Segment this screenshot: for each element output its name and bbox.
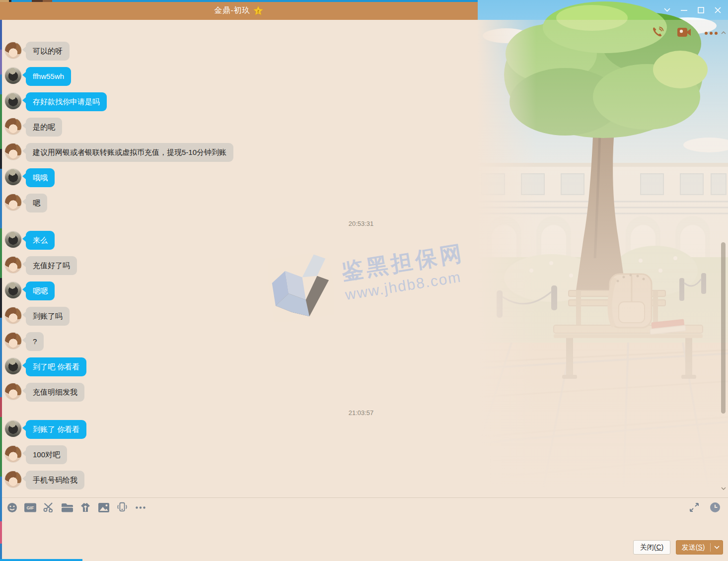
close-window-button[interactable] [711,4,724,16]
message-row: 到账了吗 [2,307,720,326]
send-options-caret[interactable] [711,546,723,549]
message-bubble[interactable]: 嗯 [26,194,47,212]
scrollbar-thumb[interactable] [721,242,726,414]
message-text: 手机号码给我 [33,476,77,484]
title-wrap: 金鼎-初玖 z [0,5,478,16]
toolbar-more-icon[interactable] [135,501,146,513]
message-text: ? [33,337,37,346]
scroll-down-arrow[interactable] [721,486,727,491]
composer-toolbar: GIF [6,501,146,513]
message-text: 到了吧 你看看 [33,362,79,371]
avatar[interactable] [5,358,21,374]
avatar[interactable] [5,68,21,84]
message-bubble[interactable]: 到了吧 你看看 [26,357,86,376]
avatar[interactable] [5,194,21,210]
avatar[interactable] [5,282,21,298]
avatar[interactable] [5,307,21,324]
emoji-icon[interactable] [6,501,18,513]
avatar[interactable] [5,257,21,273]
gif-icon[interactable]: GIF [24,501,36,513]
message-row: 存好款找你申请是吗 [2,92,720,111]
message-text: 可以的呀 [33,47,63,55]
message-bubble[interactable]: 手机号码给我 [26,471,84,490]
message-text: 存好款找你申请是吗 [33,97,100,106]
message-row: 建议用网银或者银联转账或虚拟币充值，提现5-10分钟到账 [2,143,720,162]
message-bubble[interactable]: 到账了 你看看 [26,420,86,439]
composer-toolbar-right [688,501,721,513]
message-text: 100对吧 [33,450,60,459]
message-row: 嗯 [2,194,720,212]
message-bubble[interactable]: ffhw55wh [26,67,71,86]
message-bubble[interactable]: 充值好了吗 [26,256,77,275]
window-shake-icon[interactable] [116,501,128,513]
voice-call-icon[interactable] [651,25,665,41]
message-row: 是的呢 [2,118,720,137]
message-bubble[interactable]: 到账了吗 [26,307,70,326]
screenshot-scissors-icon[interactable] [43,501,55,513]
message-text: 充值好了吗 [33,261,70,270]
message-text: 嗯 [33,199,40,207]
message-text: 来么 [33,236,48,244]
window-controls [660,4,724,16]
message-row: 到了吧 你看看 [2,357,720,376]
message-bubble[interactable]: 可以的呀 [26,42,70,61]
message-row: 可以的呀 [2,42,720,61]
background-window-sliver-bottom [0,559,82,561]
message-bubble[interactable]: ? [26,332,44,351]
avatar[interactable] [5,471,21,488]
window-title: 金鼎-初玖 [215,5,250,16]
avatar[interactable] [5,421,21,437]
avatar[interactable] [5,446,21,462]
send-file-folder-icon[interactable] [61,501,73,513]
timestamp: 20:53:31 [349,220,374,227]
message-bubble[interactable]: 哦哦 [26,168,55,187]
send-image-icon[interactable] [98,501,110,513]
message-input[interactable] [2,517,728,540]
call-actions [651,25,719,41]
video-call-icon[interactable] [676,26,692,40]
message-row: 充值明细发我 [2,383,720,402]
message-text: 建议用网银或者银联转账或虚拟币充值，提现5-10分钟到账 [33,148,226,156]
message-row: 手机号码给我 [2,471,720,490]
message-bubble[interactable]: 100对吧 [26,445,67,464]
avatar[interactable] [5,169,21,185]
maximize-button[interactable] [694,4,707,16]
message-bubble[interactable]: 嗯嗯 [26,281,55,300]
message-bubble[interactable]: 存好款找你申请是吗 [26,92,107,111]
expand-input-icon[interactable] [688,501,700,513]
avatar[interactable] [5,118,21,135]
avatar[interactable] [5,333,21,349]
avatar[interactable] [5,143,21,160]
outfit-shirt-icon[interactable] [79,501,91,513]
timestamp-row: 21:03:57 [2,408,720,417]
avatar[interactable] [5,93,21,109]
message-bubble[interactable]: 是的呢 [26,118,62,137]
message-history-clock-icon[interactable] [709,501,721,513]
message-bubble[interactable]: 建议用网银或者银联转账或虚拟币充值，提现5-10分钟到账 [26,143,233,162]
avatar[interactable] [5,383,21,400]
message-text: ffhw55wh [33,72,64,80]
minimize-button[interactable] [677,4,690,16]
close-chat-button[interactable]: 关闭(C) [633,540,670,555]
avatar[interactable] [5,231,21,248]
footer-buttons: 关闭(C) 发送(S) [633,540,723,555]
message-list: 可以的呀 ffhw55wh 存好款找你申请是吗 是的呢 建议用网银或者银联转账或… [2,42,720,490]
message-bubble[interactable]: 充值明细发我 [26,383,84,402]
chat-scrollbar [721,30,727,496]
message-text: 是的呢 [33,123,55,131]
svg-text:GIF: GIF [26,505,34,510]
timestamp: 21:03:57 [349,409,374,417]
avatar[interactable] [5,42,21,59]
message-text: 到账了吗 [33,312,63,320]
message-bubble[interactable]: 来么 [26,231,55,250]
more-actions-icon[interactable] [703,28,719,38]
message-text: 充值明细发我 [33,388,77,396]
message-row: 来么 [2,231,720,250]
message-text: 哦哦 [33,173,48,182]
message-row: 哦哦 [2,168,720,187]
send-button[interactable]: 发送(S) [676,540,723,555]
vip-star-icon: z [253,6,263,15]
fold-chevron-button[interactable] [660,4,673,16]
message-text: 嗯嗯 [33,286,48,295]
scroll-up-arrow[interactable] [721,30,727,36]
